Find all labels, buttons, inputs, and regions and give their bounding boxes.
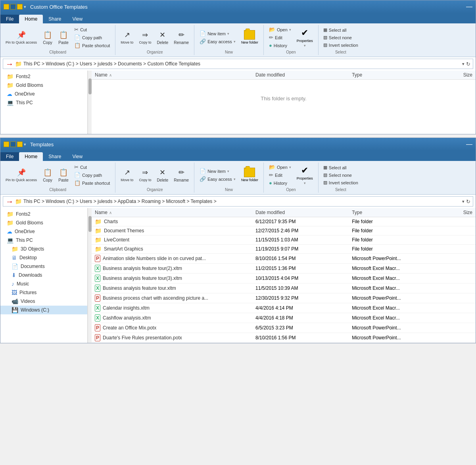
file-row-2[interactable]: 📁 LiveContent 11/15/2015 1:03 AM File fo… — [92, 235, 476, 245]
tab-view-1[interactable]: View — [67, 15, 88, 23]
minimize-button-1[interactable]: — — [466, 3, 472, 10]
tab-share-2[interactable]: Share — [43, 152, 67, 161]
sidebar-item-onedrive-1[interactable]: ☁ OneDrive — [0, 90, 87, 98]
copy-button-2[interactable]: 📋 Copy — [40, 166, 55, 184]
select-none-button-2[interactable]: ▧ Select none — [322, 172, 360, 178]
file-row-0[interactable]: 📁 Charts 6/12/2017 9:35 PM File folder — [92, 217, 476, 226]
tab-home-2[interactable]: Home — [19, 152, 43, 161]
easy-access-dropdown-2[interactable]: ▾ — [234, 177, 236, 181]
sidebar-item-this-pc-2[interactable]: 💻 This PC — [0, 236, 87, 245]
sidebar-item-fonts2-2[interactable]: 📁 Fonts2 — [0, 210, 87, 218]
paste-button-2[interactable]: 📋 Paste — [56, 166, 71, 184]
cut-button-2[interactable]: ✂ Cut — [72, 163, 112, 171]
easy-access-dropdown-1[interactable]: ▾ — [234, 40, 236, 44]
open-button-2[interactable]: 📂 Open ▾ — [267, 163, 293, 171]
col-header-type-1[interactable]: Type — [352, 72, 432, 78]
tab-file-1[interactable]: File — [0, 15, 19, 23]
new-item-dropdown-2[interactable]: ▾ — [227, 169, 229, 173]
col-header-size-2[interactable]: Size — [432, 210, 472, 215]
back-arrow-1[interactable]: → — [6, 59, 13, 69]
tab-file-2[interactable]: File — [0, 152, 19, 161]
easy-access-button-2[interactable]: 🔗 Easy access ▾ — [198, 175, 238, 183]
file-row-11[interactable]: P Create an Office Mix.potx 6/5/2015 3:2… — [92, 323, 476, 333]
address-refresh-button-2[interactable]: ↻ — [466, 199, 470, 205]
properties-dropdown-1[interactable]: ▾ — [304, 44, 306, 48]
rename-button-1[interactable]: ✏ Rename — [172, 29, 191, 46]
delete-button-1[interactable]: ✕ Delete — [155, 29, 170, 46]
cut-button-1[interactable]: ✂ Cut — [72, 26, 112, 33]
title-bar-dropdown-arrow-2[interactable]: ▾ — [24, 142, 26, 147]
select-all-button-1[interactable]: ▦ Select all — [322, 27, 360, 33]
new-folder-button-1[interactable]: New folder — [239, 29, 260, 46]
file-row-3[interactable]: 📁 SmartArt Graphics 11/19/2015 9:07 PM F… — [92, 245, 476, 254]
title-bar-dropdown-arrow-1[interactable]: ▾ — [24, 4, 26, 10]
new-item-button-2[interactable]: 📄 New item ▾ — [198, 167, 238, 175]
pin-to-quick-access-button-2[interactable]: 📌 Pin to Quick access — [4, 166, 39, 184]
new-folder-button-2[interactable]: New folder — [239, 166, 260, 184]
col-header-name-2[interactable]: Name ∧ — [95, 210, 255, 215]
col-header-name-1[interactable]: Name ∧ — [95, 72, 255, 78]
tab-view-2[interactable]: View — [67, 152, 88, 161]
sidebar-item-downloads[interactable]: ⬇ Downloads — [0, 271, 87, 279]
file-row-1[interactable]: 📁 Document Themes 12/27/2015 2:46 PM Fil… — [92, 226, 476, 235]
sidebar-item-this-pc-1[interactable]: 💻 This PC — [0, 98, 87, 107]
copy-path-button-1[interactable]: 📄 Copy path — [72, 34, 112, 41]
file-row-4[interactable]: P Animation slide Numbers slide in on cu… — [92, 254, 476, 264]
move-to-button-2[interactable]: ↗ Move to — [119, 166, 135, 184]
address-dropdown-arrow-1[interactable]: ▾ — [462, 61, 464, 67]
easy-access-button-1[interactable]: 🔗 Easy access ▾ — [198, 38, 238, 45]
pin-to-quick-access-button-1[interactable]: 📌 Pin to Quick access — [4, 29, 39, 46]
paste-shortcut-button-2[interactable]: 📋 Paste shortcut — [72, 179, 112, 187]
sidebar-item-desktop[interactable]: 🖥 Desktop — [0, 253, 87, 262]
col-header-date-1[interactable]: Date modified — [255, 72, 352, 78]
paste-shortcut-button-1[interactable]: 📋 Paste shortcut — [72, 42, 112, 49]
address-bar-2[interactable]: → 📁 This PC > Windows (C:) > Users > jul… — [3, 196, 473, 207]
minimize-button-2[interactable]: — — [466, 141, 472, 148]
copy-to-button-1[interactable]: ⇒ Copy to — [137, 29, 153, 46]
invert-selection-button-2[interactable]: ▨ Invert selection — [322, 179, 360, 186]
address-bar-1[interactable]: → 📁 This PC > Windows (C:) > Users > jul… — [3, 59, 473, 69]
tab-home-1[interactable]: Home — [19, 15, 43, 23]
tab-share-1[interactable]: Share — [43, 15, 67, 23]
file-row-12[interactable]: P Duarte's Five Rules presentation.potx … — [92, 333, 476, 343]
history-button-2[interactable]: ● History — [267, 179, 293, 187]
history-button-1[interactable]: ● History — [267, 42, 293, 49]
file-row-6[interactable]: X Business analysis feature tour(3).xltm… — [92, 274, 476, 283]
sidebar-item-music[interactable]: ♪ Music — [0, 279, 87, 288]
select-none-button-1[interactable]: ▧ Select none — [322, 34, 360, 41]
sidebar-item-gold-blooms-1[interactable]: 📁 Gold Blooms — [0, 81, 87, 90]
col-header-type-2[interactable]: Type — [352, 210, 432, 215]
sidebar-item-documents[interactable]: 📄 Documents — [0, 262, 87, 271]
sidebar-scrollbar-2[interactable] — [88, 208, 92, 343]
col-header-size-1[interactable]: Size — [432, 72, 472, 78]
copy-to-button-2[interactable]: ⇒ Copy to — [137, 166, 153, 184]
address-dropdown-arrow-2[interactable]: ▾ — [462, 199, 464, 204]
copy-button-1[interactable]: 📋 Copy — [40, 29, 55, 46]
new-item-button-1[interactable]: 📄 New item ▾ — [198, 30, 238, 37]
file-row-9[interactable]: X Calendar insights.xltm 4/4/2016 4:14 P… — [92, 303, 476, 313]
file-row-8[interactable]: P Business process chart with ascending … — [92, 293, 476, 303]
sidebar-scrollbar-1[interactable] — [88, 71, 92, 134]
back-arrow-2[interactable]: → — [6, 197, 13, 206]
move-to-button-1[interactable]: ↗ Move to — [119, 29, 135, 46]
sidebar-item-3d-objects[interactable]: 📁 3D Objects — [0, 245, 87, 253]
paste-button-1[interactable]: 📋 Paste — [56, 29, 71, 46]
open-dropdown-1[interactable]: ▾ — [289, 28, 291, 32]
properties-button-2[interactable]: ✔ Properties ▾ — [295, 164, 315, 186]
invert-selection-button-1[interactable]: ▨ Invert selection — [322, 42, 360, 48]
properties-dropdown-2[interactable]: ▾ — [304, 181, 306, 185]
file-row-5[interactable]: X Business analysis feature tour(2).xltm… — [92, 264, 476, 274]
sidebar-item-onedrive-2[interactable]: ☁ OneDrive — [0, 227, 87, 236]
file-row-7[interactable]: X Business analysis feature tour.xltm 11… — [92, 283, 476, 293]
open-dropdown-2[interactable]: ▾ — [289, 165, 291, 169]
new-item-dropdown-1[interactable]: ▾ — [227, 32, 229, 36]
sidebar-item-pictures[interactable]: 🖼 Pictures — [0, 288, 87, 297]
sidebar-item-gold-blooms-2[interactable]: 📁 Gold Blooms — [0, 218, 87, 227]
properties-button-1[interactable]: ✔ Properties ▾ — [295, 27, 315, 49]
open-button-1[interactable]: 📂 Open ▾ — [267, 26, 293, 33]
sidebar-item-videos[interactable]: 📹 Videos — [0, 297, 87, 306]
sidebar-item-fonts2-1[interactable]: 📁 Fonts2 — [0, 72, 87, 81]
delete-button-2[interactable]: ✕ Delete — [155, 166, 170, 184]
select-all-button-2[interactable]: ▦ Select all — [322, 164, 360, 171]
copy-path-button-2[interactable]: 📄 Copy path — [72, 171, 112, 179]
